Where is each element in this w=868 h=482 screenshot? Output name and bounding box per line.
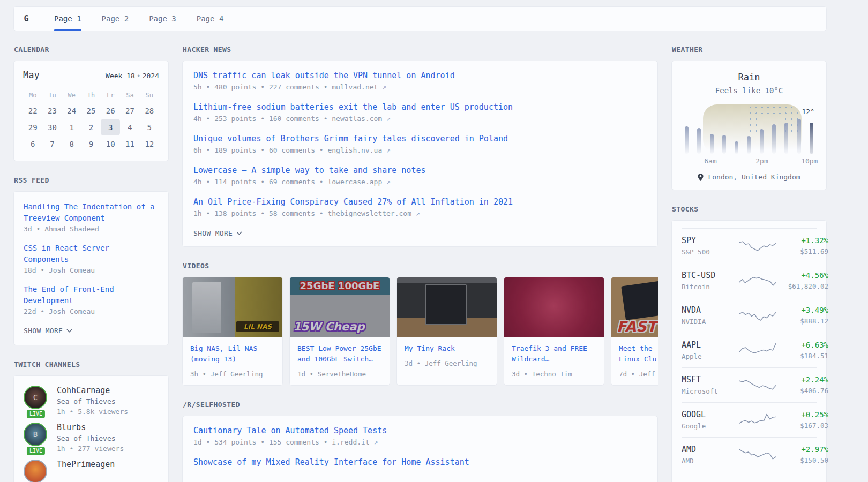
weather-feels-like: Feels like 10°C — [680, 86, 818, 95]
video-thumbnail[interactable]: FAST — [611, 277, 658, 337]
app-logo[interactable]: G — [14, 7, 39, 31]
twitch-channel-row[interactable]: ThePrimeagen — [24, 460, 159, 482]
weather-time-label: 2pm — [755, 157, 768, 165]
hacker-news-item[interactable]: An Oil Price-Fixing Conspiracy Caused 27… — [193, 196, 647, 217]
hacker-news-item-title[interactable]: DNS traffic can leak outside the VPN tun… — [193, 70, 647, 81]
hacker-news-item-domain[interactable]: lowercase.app — [327, 178, 382, 186]
stock-row[interactable]: RDDT -1.59% — [682, 472, 817, 482]
video-card[interactable]: LIL NAS Big NAS, Lil NAS(moving 13) 3h •… — [182, 277, 283, 386]
reddit-item-domain[interactable]: i.redd.it — [332, 438, 369, 446]
reddit-section-title: /R/SELFHOSTED — [183, 401, 658, 409]
reddit-item-title[interactable]: Cautionary Tale on Automated Speed Tests — [193, 425, 647, 436]
twitch-channel-name[interactable]: Blurbs — [57, 423, 124, 432]
stock-symbol[interactable]: AMD — [682, 445, 734, 454]
stock-symbol[interactable]: SPY — [682, 236, 734, 245]
calendar-day: 6 — [23, 135, 42, 152]
calendar-date-row: 22232425262728 — [23, 102, 159, 119]
page-tab[interactable]: Page 1 — [54, 7, 81, 31]
video-card-row: LIL NAS Big NAS, Lil NAS(moving 13) 3h •… — [182, 277, 658, 386]
hacker-news-widget: DNS traffic can leak outside the VPN tun… — [182, 61, 658, 247]
stock-values: +4.56% $61,820.02 — [781, 271, 828, 290]
video-title-line: Wildcard… — [512, 354, 596, 365]
stock-row[interactable]: BTC-USD Bitcoin +4.56% $61,820.02 — [682, 263, 817, 298]
stock-row[interactable]: NVDA NVIDIA +3.49% $888.12 — [682, 298, 817, 333]
stock-row[interactable]: MSFT Microsoft +2.24% $406.76 — [682, 367, 817, 402]
stock-symbol[interactable]: NVDA — [682, 305, 734, 315]
hacker-news-item[interactable]: Unique volumes of Brothers Grimm fairy t… — [193, 133, 647, 154]
page-tab[interactable]: Page 3 — [149, 7, 176, 31]
hacker-news-item-meta: 5h • 480 points • 227 comments • mullvad… — [193, 83, 647, 91]
rss-item[interactable]: CSS in React Server Components 18d • Jos… — [24, 243, 159, 274]
video-thumbnail[interactable] — [504, 277, 604, 337]
calendar-weekday: Fr — [101, 88, 120, 102]
twitch-channel-row[interactable]: B LIVE Blurbs Sea of Thieves 1h • 277 vi… — [24, 423, 159, 453]
stock-price: $167.03 — [781, 421, 828, 430]
rss-item[interactable]: Handling The Indentation of a Treeview C… — [24, 201, 159, 233]
calendar-day: 9 — [81, 135, 101, 152]
stock-values: +2.97% $150.50 — [781, 445, 828, 464]
video-title[interactable]: BEST Low Power 25GbEand 100GbE Switch… — [297, 343, 382, 365]
weather-bar-current — [810, 123, 813, 154]
calendar-day: 4 — [120, 119, 139, 135]
stock-symbol[interactable]: BTC-USD — [682, 270, 734, 280]
stock-sparkline — [738, 411, 777, 429]
stock-row[interactable]: AMD AMD +2.97% $150.50 — [682, 437, 817, 472]
stock-symbol[interactable]: GOOGL — [682, 410, 734, 419]
page-tab[interactable]: Page 4 — [197, 7, 224, 31]
hacker-news-show-more-button[interactable]: SHOW MORE — [193, 229, 242, 237]
stock-row[interactable]: GOOGL Google +0.25% $167.03 — [682, 402, 817, 437]
hacker-news-item-domain[interactable]: thebignewsletter.com — [327, 209, 411, 217]
video-card[interactable]: FAST Meet theLinux Clu 7d • Jeff Geerlin… — [611, 277, 658, 386]
hacker-news-item-domain[interactable]: newatlas.com — [332, 115, 382, 123]
stock-row[interactable]: SPY S&P 500 +1.32% $511.69 — [682, 228, 817, 263]
rss-item-title[interactable]: CSS in React Server Components — [24, 243, 159, 265]
reddit-item[interactable]: Showcase of my Mixed Reality Interface f… — [193, 456, 647, 468]
twitch-channel-name[interactable]: CohhCarnage — [57, 386, 128, 395]
stock-symbol[interactable]: MSFT — [682, 375, 734, 385]
video-thumbnail[interactable]: 25GbE 100GbE15W Cheap — [290, 277, 390, 337]
calendar-day: 23 — [42, 102, 62, 119]
hacker-news-item-title[interactable]: Lithium-free sodium batteries exit the l… — [193, 101, 647, 113]
hacker-news-item-domain[interactable]: english.nv.ua — [327, 146, 382, 154]
rss-show-more-button[interactable]: SHOW MORE — [24, 327, 72, 335]
video-thumbnail[interactable] — [397, 277, 497, 337]
rss-item-title[interactable]: Handling The Indentation of a Treeview C… — [24, 201, 159, 224]
rss-item[interactable]: The End of Front-End Development 22d • J… — [24, 284, 159, 315]
video-card[interactable]: My Tiny Rack 3d • Jeff Geerling — [396, 277, 497, 386]
page-tab[interactable]: Page 2 — [102, 7, 129, 31]
hacker-news-item-domain[interactable]: mullvad.net — [332, 83, 378, 91]
hacker-news-item-title[interactable]: Unique volumes of Brothers Grimm fairy t… — [193, 133, 647, 145]
reddit-item[interactable]: Cautionary Tale on Automated Speed Tests… — [193, 425, 647, 446]
stock-change: +2.97% — [781, 445, 828, 454]
twitch-channel-row[interactable]: C LIVE CohhCarnage Sea of Thieves 1h • 5… — [24, 386, 159, 416]
video-thumbnail[interactable]: LIL NAS — [183, 277, 282, 337]
twitch-channel-list: C LIVE CohhCarnage Sea of Thieves 1h • 5… — [24, 386, 159, 482]
hacker-news-item-title[interactable]: An Oil Price-Fixing Conspiracy Caused 27… — [193, 196, 647, 208]
hacker-news-item-meta: 1h • 138 points • 58 comments • thebigne… — [193, 209, 647, 217]
twitch-widget: C LIVE CohhCarnage Sea of Thieves 1h • 5… — [13, 375, 169, 482]
video-title[interactable]: Meet theLinux Clu — [619, 343, 658, 365]
video-title[interactable]: My Tiny Rack — [405, 343, 489, 354]
calendar-week: Week 18 — [106, 72, 135, 80]
hacker-news-item[interactable]: Lithium-free sodium batteries exit the l… — [193, 101, 647, 123]
hacker-news-item[interactable]: DNS traffic can leak outside the VPN tun… — [193, 70, 647, 91]
calendar-week-year: Week 18•2024 — [106, 72, 159, 80]
calendar-day: 22 — [23, 102, 42, 119]
twitch-channel-viewers: 1h • 277 viewers — [57, 445, 124, 453]
reddit-item-title[interactable]: Showcase of my Mixed Reality Interface f… — [193, 456, 647, 468]
stock-price: $406.76 — [781, 387, 828, 395]
stock-row[interactable]: AAPL Apple +6.63% $184.51 — [682, 333, 817, 367]
video-title[interactable]: Big NAS, Lil NAS(moving 13) — [190, 343, 275, 365]
rss-item-meta: 3d • Ahmad Shadeed — [24, 225, 159, 233]
calendar-weekday: Th — [81, 88, 101, 102]
twitch-channel-name[interactable]: ThePrimeagen — [57, 460, 115, 469]
video-card[interactable]: 25GbE 100GbE15W Cheap BEST Low Power 25G… — [289, 277, 390, 386]
video-info: Meet theLinux Clu 7d • Jeff Geerling — [611, 337, 658, 385]
hacker-news-item[interactable]: Lowercase – A simple way to take and sha… — [193, 164, 647, 186]
stock-symbol[interactable]: AAPL — [682, 340, 734, 350]
video-card[interactable]: Traefik 3 and FREEWildcard… 3d • Techno … — [504, 277, 604, 386]
rss-item-title[interactable]: The End of Front-End Development — [24, 284, 159, 306]
video-title[interactable]: Traefik 3 and FREEWildcard… — [512, 343, 596, 365]
weather-condition: Rain — [680, 72, 818, 82]
hacker-news-item-title[interactable]: Lowercase – A simple way to take and sha… — [193, 164, 647, 176]
